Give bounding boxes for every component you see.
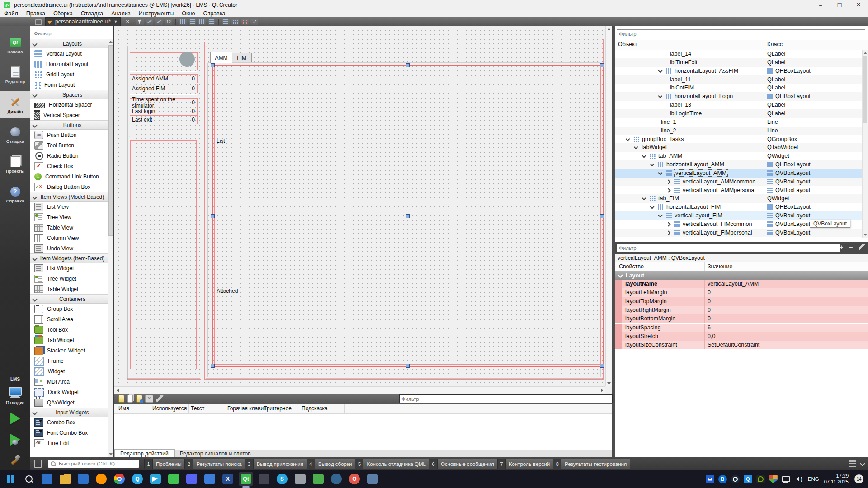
edit-tab-order-icon[interactable]: 12 [165, 19, 172, 25]
app-icon-11[interactable]: X [219, 470, 237, 488]
chevron-down-icon[interactable] [642, 154, 646, 158]
close-button[interactable]: ✕ [849, 0, 868, 9]
widgetbox-item-grid-layout[interactable]: Grid Layout [30, 69, 108, 80]
form-canvas[interactable]: Assigned AMM0Assigned FIM0Time spent on … [114, 26, 605, 387]
quick-search-input[interactable] [58, 460, 132, 467]
selection-handle[interactable] [600, 63, 604, 67]
selection-handle[interactable] [211, 364, 215, 368]
app-icon-19[interactable] [363, 470, 382, 488]
action-column-2[interactable]: Используется [152, 405, 187, 412]
configure-properties-icon[interactable] [859, 244, 865, 250]
widgetbox-item-radio-button[interactable]: Radio Button [30, 150, 108, 161]
menu-item-3[interactable]: Сборка [49, 10, 77, 17]
app-icon-9[interactable] [183, 470, 201, 488]
property-value[interactable]: 6 [708, 324, 711, 331]
adjust-size-icon[interactable]: ⤢ [250, 19, 258, 25]
action-filter-input[interactable] [399, 394, 613, 403]
file-explorer-icon[interactable] [56, 470, 74, 488]
q-app-icon[interactable]: Q [744, 475, 752, 483]
app-icon-6[interactable]: Q [128, 470, 146, 488]
property-value[interactable]: verticalLayout_AMM [708, 281, 759, 287]
widgetbox-item-tree-view[interactable]: Tree View [30, 212, 108, 222]
start-button[interactable] [2, 470, 20, 488]
widgetbox-item-vertical-spacer[interactable]: Vertical Spacer [30, 110, 108, 120]
tree-row-horizontalLayout_Login[interactable]: horizontalLayout_LoginQHBoxLayout [615, 92, 862, 101]
qt-creator-icon[interactable]: Qt [237, 470, 255, 488]
widgetbox-item-check-box[interactable]: ✓Check Box [30, 161, 108, 171]
widgetbox-scrollbar[interactable] [108, 39, 113, 457]
sidebar-toggle-icon[interactable] [34, 460, 42, 468]
menu-item-1[interactable]: Файл [0, 10, 22, 17]
tree-row-horizontalLayout_AssFIM[interactable]: horizontalLayout_AssFIMQHBoxLayout [615, 67, 862, 75]
chevron-down-icon[interactable] [658, 94, 663, 99]
output-pane-6[interactable]: 6Основные сообщения [429, 459, 498, 469]
taskbar-search-button[interactable] [20, 470, 38, 488]
widgetbox-section-item-views-model-based-[interactable]: Item Views (Model-Based) [30, 192, 108, 202]
app-icon-1[interactable] [38, 470, 56, 488]
widgetbox-section-layouts[interactable]: Layouts [30, 39, 108, 48]
property-row-layoutSpacing[interactable]: layoutSpacing6 [615, 324, 868, 332]
widgetbox-item-stacked-widget[interactable]: Stacked Widget [30, 345, 108, 356]
property-row-layoutRightMargin[interactable]: layoutRightMargin0 [615, 306, 868, 314]
scroll-down-icon[interactable] [863, 234, 867, 236]
selection-handle[interactable] [211, 63, 215, 67]
property-value[interactable]: 0,0 [708, 333, 715, 339]
run-button[interactable] [0, 408, 30, 428]
widgetbox-item-tool-box[interactable]: Tool Box [30, 324, 108, 335]
output-pane-3[interactable]: 3Вывод приложения [245, 459, 307, 469]
widgetbox-item-font-combo-box[interactable]: Font Combo Box [30, 427, 108, 438]
expand-icon[interactable] [860, 461, 865, 466]
widgetbox-item-list-widget[interactable]: List Widget [30, 263, 108, 273]
tree-row-verticalLayout_AMMcommon[interactable]: verticalLayout_AMMcommonQVBoxLayout [615, 178, 862, 186]
minimize-button[interactable]: – [811, 0, 830, 9]
tree-row-lblLoginTime[interactable]: lblLoginTimeQLabel [615, 109, 862, 118]
app-icon-18[interactable]: O [345, 470, 363, 488]
inspector-filter-input[interactable] [617, 29, 865, 38]
action-column-4[interactable]: Горячая клавиш [227, 405, 268, 412]
trainee-info-row[interactable]: Assigned FIM0 [130, 84, 198, 93]
widgetbox-item-horizontal-layout[interactable]: Horizontal Layout [30, 59, 108, 69]
steam-icon[interactable] [731, 475, 740, 483]
output-pane-7[interactable]: 7Контроль версий [498, 459, 554, 469]
widgetbox-section-input-widgets[interactable]: Input Widgets [30, 408, 108, 417]
widgetbox-item-push-button[interactable]: OKPush Button [30, 130, 108, 140]
chevron-right-icon[interactable] [666, 222, 671, 227]
widgetbox-section-containers[interactable]: Containers [30, 294, 108, 304]
selection-handle[interactable] [600, 214, 604, 218]
mode-отладка[interactable]: Отладка [0, 121, 30, 148]
chevron-down-icon[interactable] [658, 68, 663, 73]
widgetbox-item-tool-button[interactable]: Tool Button [30, 140, 108, 150]
scroll-right-icon[interactable] [601, 389, 603, 392]
widgetbox-section-buttons[interactable]: Buttons [30, 120, 108, 130]
action-column-6[interactable]: Подсказка [302, 405, 328, 412]
tree-row-verticalLayout_FIMpersonal[interactable]: verticalLayout_FIMpersonalQVBoxLayout [615, 229, 862, 237]
tree-row-verticalLayout_AMM[interactable]: verticalLayout_AMMQVBoxLayout [615, 169, 862, 178]
selection-handle[interactable] [406, 214, 410, 218]
app-icon-16[interactable] [309, 470, 327, 488]
widgetbox-item-command-link-button[interactable]: →Command Link Button [30, 171, 108, 182]
notification-badge[interactable]: 14 [854, 474, 863, 483]
edit-signals-slots-icon[interactable] [146, 19, 153, 25]
property-section-layout[interactable]: Layout [615, 271, 868, 280]
widgetbox-item-undo-view[interactable]: Undo View [30, 243, 108, 253]
app-icon-17[interactable] [327, 470, 345, 488]
output-pane-4[interactable]: 4Вывод сборки [307, 459, 356, 469]
trainee-stat-row[interactable]: Time spent on the simulator0 [130, 98, 198, 107]
mail-icon[interactable] [706, 475, 714, 483]
chevron-right-icon[interactable] [666, 230, 671, 235]
bluetooth-icon[interactable]: B [718, 475, 727, 483]
menu-item-2[interactable]: Правка [22, 10, 49, 17]
tree-row-tab_FIM[interactable]: tab_FIMQWidget [615, 194, 862, 203]
layout-grid-icon[interactable] [231, 19, 239, 25]
widgetbox-item-qaxwidget[interactable]: QAxWidget [30, 397, 108, 408]
tree-row-tabWidget[interactable]: tabWidgetQTabWidget [615, 143, 862, 152]
output-pane-5[interactable]: 5Консоль отладчика QML [355, 459, 429, 469]
locator[interactable] [48, 460, 139, 468]
tab-редактор-сигналов-и-слотов[interactable]: Редактор сигналов и слотов [175, 450, 256, 457]
tree-row-label_11[interactable]: label_11QLabel [615, 75, 862, 84]
volume-icon[interactable] [794, 475, 803, 483]
tree-row-groupBox_Tasks[interactable]: groupBox_TasksQGroupBox [615, 135, 862, 144]
app-icon-15[interactable] [291, 470, 309, 488]
trainee-stat-row[interactable]: Last login0 [130, 107, 198, 116]
tree-row-line_2[interactable]: line_2Line [615, 127, 862, 135]
